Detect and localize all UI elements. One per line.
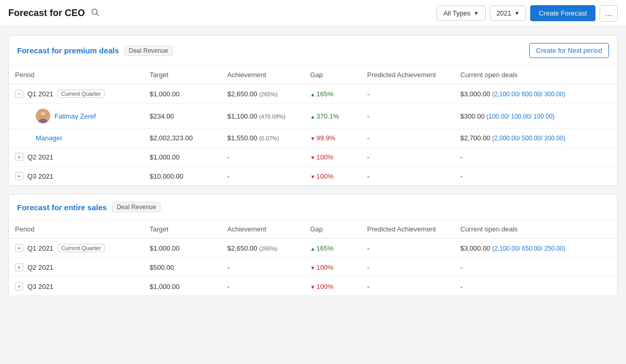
predicted-cell: - — [361, 239, 454, 258]
person-link[interactable]: Fatimay Zeref — [54, 112, 96, 120]
main-content: Forecast for premium deals Deal Revenue … — [0, 27, 626, 304]
open-deals-cell: - — [454, 167, 617, 186]
table-row: + Q3 2021 $10,000.00 - 100% - - — [9, 167, 617, 186]
target-cell: $1,000.00 — [143, 277, 221, 296]
gap-cell: 100% — [304, 167, 361, 186]
year-dropdown[interactable]: 2021 ▼ — [490, 6, 527, 21]
gap-cell: 165% — [304, 84, 361, 104]
target-cell: $500.00 — [143, 258, 221, 277]
col-period: Period — [9, 220, 143, 239]
expand-button[interactable]: + — [15, 263, 23, 271]
all-types-dropdown[interactable]: All Types ▼ — [436, 6, 485, 21]
chevron-down-icon: ▼ — [515, 10, 520, 16]
period-label: Q2 2021 — [27, 264, 53, 271]
period-cell-person: Manager — [9, 129, 143, 148]
period-cell: + Q3 2021 — [9, 277, 143, 296]
deal-revenue-badge-entire-sales: Deal Revenue — [112, 202, 161, 212]
period-cell: + Q1 2021 Current Quarter — [9, 239, 143, 258]
table-header-row: Period Target Achievement Gap Predicted … — [9, 66, 617, 84]
target-cell: $234.00 — [143, 104, 221, 129]
create-next-period-button[interactable]: Create for Next period — [529, 43, 609, 58]
chevron-down-icon: ▼ — [474, 10, 479, 16]
svg-line-1 — [97, 13, 99, 16]
gap-cell: 165% — [304, 239, 361, 258]
achievement-cell: $1,100.00 (470.08%) — [221, 104, 304, 129]
expand-button[interactable]: + — [15, 172, 23, 180]
table-row: + Q3 2021 $1,000.00 - 100% - - — [9, 277, 617, 296]
create-forecast-button[interactable]: Create Forecast — [530, 5, 595, 21]
predicted-cell: - — [361, 258, 454, 277]
target-cell: $1,000.00 — [143, 239, 221, 258]
open-deals-cell: - — [454, 148, 617, 167]
table-header-row: Period Target Achievement Gap Predicted … — [9, 220, 617, 239]
open-deals-cell: - — [454, 258, 617, 277]
target-cell: $2,002,323.00 — [143, 129, 221, 148]
period-cell: + Q3 2021 — [9, 167, 143, 186]
forecast-card-entire-sales: Forecast for entire sales Deal Revenue P… — [8, 194, 618, 296]
period-cell: + Q2 2021 — [9, 258, 143, 277]
achievement-cell: - — [221, 258, 304, 277]
achievement-cell: $1,550.00 (0.07%) — [221, 129, 304, 148]
period-cell: − Q1 2021 Current Quarter — [9, 84, 143, 104]
predicted-cell: - — [361, 167, 454, 186]
card-header-left: Forecast for premium deals Deal Revenue — [17, 46, 173, 56]
open-deals-cell: - — [454, 277, 617, 296]
top-bar-right: All Types ▼ 2021 ▼ Create Forecast ... — [436, 5, 618, 22]
table-row: Fatimay Zeref $234.00 $1,100.00 (470.08%… — [9, 104, 617, 129]
current-quarter-badge: Current Quarter — [57, 244, 105, 252]
forecast-card-premium: Forecast for premium deals Deal Revenue … — [8, 35, 618, 186]
col-gap: Gap — [304, 66, 361, 84]
table-row: + Q1 2021 Current Quarter $1,000.00 $2,6… — [9, 239, 617, 258]
achievement-cell: $2,650.00 (265%) — [221, 239, 304, 258]
card-title-entire-sales: Forecast for entire sales — [17, 203, 107, 212]
predicted-cell: - — [361, 84, 454, 104]
period-cell-person: Fatimay Zeref — [9, 104, 143, 129]
col-period: Period — [9, 66, 143, 84]
open-deals-cell: $3,000.00 (2,100.00/ 650.00/ 250.00) — [454, 239, 617, 258]
open-deals-cell: $300.00 (100.00/ 100.00/ 100.00) — [454, 104, 617, 129]
expand-button[interactable]: + — [15, 244, 23, 252]
table-row: Manager $2,002,323.00 $1,550.00 (0.07%) … — [9, 129, 617, 148]
col-open-deals: Current open deals — [454, 66, 617, 84]
col-predicted: Predicted Achievement — [361, 220, 454, 239]
achievement-cell: - — [221, 148, 304, 167]
predicted-cell: - — [361, 277, 454, 296]
target-cell: $10,000.00 — [143, 167, 221, 186]
period-label: Q3 2021 — [27, 172, 53, 180]
search-icon — [91, 8, 99, 17]
predicted-cell: - — [361, 129, 454, 148]
achievement-cell: - — [221, 167, 304, 186]
gap-cell: 100% — [304, 277, 361, 296]
card-header-left: Forecast for entire sales Deal Revenue — [17, 202, 161, 212]
target-cell: $1,000.00 — [143, 84, 221, 104]
gap-cell: 370.1% — [304, 104, 361, 129]
period-cell: + Q2 2021 — [9, 148, 143, 167]
manager-link[interactable]: Manager — [36, 134, 62, 142]
expand-button[interactable]: + — [15, 282, 23, 290]
period-label: Q1 2021 — [27, 90, 53, 98]
open-deals-cell: $2,700.00 (2,000.00/ 500.00/ 200.00) — [454, 129, 617, 148]
col-target: Target — [143, 66, 221, 84]
expand-button[interactable]: + — [15, 153, 23, 161]
open-deals-cell: $3,000.00 (2,100.00/ 600.00/ 300.00) — [454, 84, 617, 104]
table-row: + Q2 2021 $1,000.00 - 100% - - — [9, 148, 617, 167]
page-title: Forecast for CEO — [8, 8, 85, 19]
target-cell: $1,000.00 — [143, 148, 221, 167]
deal-revenue-badge-premium: Deal Revenue — [124, 46, 173, 56]
gap-cell: 100% — [304, 258, 361, 277]
col-open-deals: Current open deals — [454, 220, 617, 239]
svg-point-5 — [41, 112, 45, 116]
card-header-premium: Forecast for premium deals Deal Revenue … — [9, 36, 617, 66]
col-achievement: Achievement — [221, 220, 304, 239]
col-target: Target — [143, 220, 221, 239]
col-predicted: Predicted Achievement — [361, 66, 454, 84]
col-gap: Gap — [304, 220, 361, 239]
gap-cell: 100% — [304, 148, 361, 167]
search-button[interactable] — [89, 7, 101, 20]
period-label: Q2 2021 — [27, 153, 53, 161]
top-bar: Forecast for CEO All Types ▼ 2021 ▼ Crea… — [0, 0, 626, 27]
collapse-button[interactable]: − — [15, 90, 23, 98]
col-achievement: Achievement — [221, 66, 304, 84]
more-options-button[interactable]: ... — [600, 5, 618, 22]
achievement-cell: $2,650.00 (265%) — [221, 84, 304, 104]
